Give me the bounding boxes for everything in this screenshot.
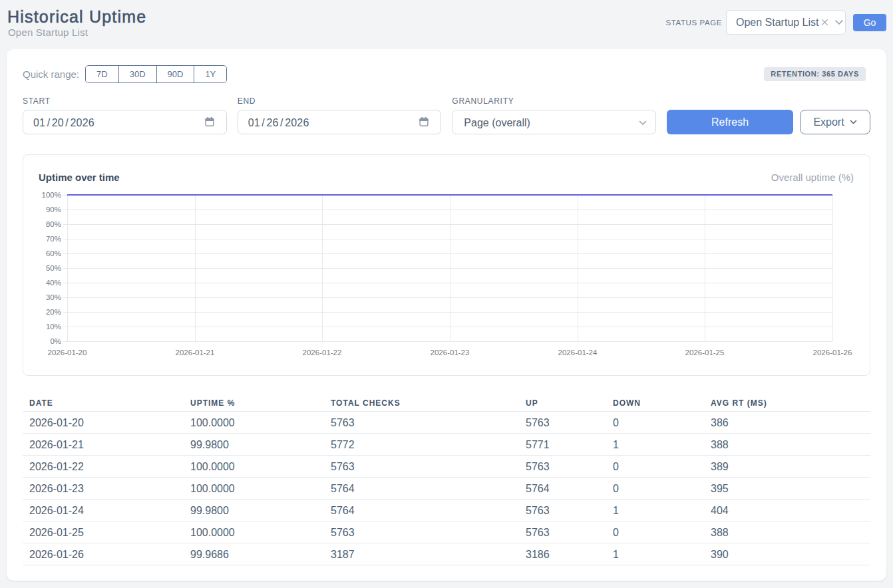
table-cell: 0 [606,483,704,495]
calendar-icon[interactable] [419,116,429,130]
y-axis-tick-label: 30% [46,293,61,301]
table-cell: 100.0000 [184,527,324,539]
table-cell: 100.0000 [184,461,324,473]
table-cell: 5772 [324,439,519,451]
table-cell: 5763 [519,505,606,517]
clear-selection-icon[interactable] [820,18,829,27]
table-cell: 0 [606,527,704,539]
start-date-input[interactable]: 01 / 20 / 2026 [23,110,227,134]
page-header: Historical Uptime Open Startup List STAT… [0,0,893,49]
table-cell: 388 [704,439,870,451]
table-cell: 5764 [324,483,519,495]
table-cell: 2026-01-20 [23,417,184,429]
table-cell: 1 [606,439,704,451]
x-axis-tick-label: 2026-01-24 [558,349,598,357]
table-cell: 3186 [519,549,606,561]
table-cell: 2026-01-21 [23,439,184,451]
x-axis-tick-label: 2026-01-22 [303,349,342,357]
filter-row: START 01 / 20 / 2026 END 01 / 26 / 2026 … [23,96,870,134]
table-cell: 5763 [324,527,519,539]
table-cell: 0 [606,417,704,429]
table-cell: 1 [606,549,704,561]
column-header: DOWN [606,398,704,408]
uptime-line-chart: 0%10%20%30%40%50%60%70%80%90%100%2026-01… [23,155,870,375]
export-button-label: Export [813,116,844,128]
quick-range-90d[interactable]: 90D [156,66,194,82]
column-header: AVG RT (MS) [704,398,870,408]
status-page-select[interactable]: Open Startup List [726,10,846,35]
table-row: 2026-01-23100.0000576457640395 [23,478,870,500]
table-cell: 5763 [324,417,519,429]
calendar-icon[interactable] [204,116,215,130]
export-button[interactable]: Export [800,110,870,134]
quick-range-7d[interactable]: 7D [86,66,118,82]
quick-range-30d[interactable]: 30D [118,66,156,82]
table-cell: 3187 [324,549,519,561]
quick-range-row: Quick range: 7D30D90D1Y RETENTION: 365 D… [23,65,870,83]
quick-range-1y[interactable]: 1Y [194,66,226,82]
start-date-value: 01 / 20 / 2026 [33,117,94,129]
table-cell: 5771 [519,439,606,451]
quick-range-label: Quick range: [23,69,79,80]
table-row: 2026-01-2199.9800577257711388 [23,434,870,456]
status-page-label: STATUS PAGE [665,19,722,27]
table-cell: 395 [704,483,870,495]
y-axis-tick-label: 80% [46,220,61,228]
chevron-down-icon [639,120,647,126]
start-date-field: START 01 / 20 / 2026 [23,96,227,134]
table-cell: 386 [704,417,870,429]
table-cell: 2026-01-22 [23,461,184,473]
y-axis-tick-label: 100% [42,191,61,199]
table-header-row: DATEUPTIME %TOTAL CHECKSUPDOWNAVG RT (MS… [23,396,870,412]
granularity-select[interactable]: Page (overall) [452,110,656,134]
granularity-value: Page (overall) [464,117,530,129]
table-cell: 2026-01-23 [23,483,184,495]
quick-range-group: 7D30D90D1Y [85,65,227,83]
page-title: Historical Uptime [7,7,146,27]
column-header: UP [519,398,606,408]
go-button[interactable]: Go [853,14,886,31]
granularity-label: GRANULARITY [452,96,656,106]
table-row: 2026-01-22100.0000576357630389 [23,456,870,478]
page-subtitle: Open Startup List [8,27,88,38]
table-cell: 1 [606,505,704,517]
table-cell: 5764 [519,483,606,495]
status-page-controls: STATUS PAGE Open Startup List Go [665,10,886,35]
table-cell: 99.9800 [184,505,324,517]
y-axis-tick-label: 90% [46,206,61,214]
table-row: 2026-01-2499.9800576457631404 [23,500,870,521]
refresh-button[interactable]: Refresh [667,110,793,134]
end-date-label: END [238,96,442,106]
table-cell: 5763 [519,527,606,539]
table-cell: 5763 [519,417,606,429]
column-header: TOTAL CHECKS [324,398,519,408]
x-axis-tick-label: 2026-01-21 [176,349,215,357]
table-cell: 5763 [324,461,519,473]
column-header: DATE [23,398,184,408]
y-axis-tick-label: 20% [46,308,61,316]
end-date-field: END 01 / 26 / 2026 [238,96,442,134]
chevron-down-icon [834,19,844,25]
status-page-selected-value: Open Startup List [736,17,819,29]
table-cell: 2026-01-24 [23,505,184,517]
table-cell: 99.9800 [184,439,324,451]
table-cell: 2026-01-26 [23,549,184,561]
start-date-label: START [23,96,227,106]
table-cell: 389 [704,461,870,473]
x-axis-tick-label: 2026-01-23 [431,349,470,357]
column-header: UPTIME % [184,398,324,408]
table-cell: 0 [606,461,704,473]
retention-badge: RETENTION: 365 DAYS [764,67,866,81]
table-row: 2026-01-20100.0000576357630386 [23,412,870,434]
table-cell: 99.9686 [184,549,324,561]
table-cell: 5763 [519,461,606,473]
table-cell: 2026-01-25 [23,527,184,539]
table-cell: 388 [704,527,870,539]
table-cell: 5764 [324,505,519,517]
end-date-input[interactable]: 01 / 26 / 2026 [238,110,442,134]
table-cell: 100.0000 [184,483,324,495]
uptime-chart-card: Uptime over time Overall uptime (%) 0%10… [23,154,870,376]
chevron-down-icon [850,120,857,125]
x-axis-tick-label: 2026-01-26 [813,349,852,357]
end-date-value: 01 / 26 / 2026 [248,117,309,129]
